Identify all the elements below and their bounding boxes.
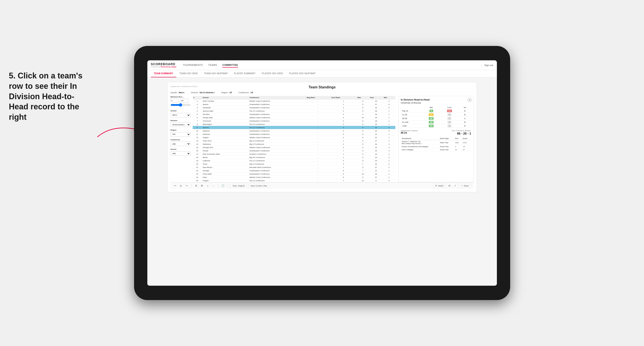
cell-school: Duke — [202, 176, 248, 179]
cell-conference: Atlantic Coast Conference — [249, 176, 306, 179]
undo-icon[interactable]: ↩ — [173, 184, 177, 188]
table-row[interactable]: 10 Alabama Southeastern Conference - 5 8… — [193, 129, 395, 133]
tournament-pos: Loss — [454, 140, 462, 145]
table-row[interactable]: 19 California Pac-12 Conference - 4 8 24… — [193, 159, 395, 163]
cell-rank: 16 — [193, 149, 202, 153]
cell-school: Florida State — [202, 116, 248, 119]
view-original-label: View: Original — [232, 185, 245, 187]
table-row[interactable]: 9 Arizona Pac-12 Conference - 5 8 23 3 — [193, 126, 395, 129]
nav-committee[interactable]: COMMITTEE — [222, 63, 238, 68]
cell-rds: 9 — [356, 149, 369, 153]
table-row[interactable]: 7 Tennessee Southeastern Conference - 4 … — [193, 119, 395, 123]
cell-conference: Pac-12 Conference — [249, 109, 306, 113]
cell-conf-rank: 1 — [330, 156, 356, 159]
table-row[interactable]: 8 Washington Pac-12 Conference - 2 8 23 … — [193, 123, 395, 126]
add-icon[interactable]: + — [206, 184, 210, 188]
nav-tournaments[interactable]: TOURNAMENTS — [183, 63, 203, 68]
tab-player-h2h-grid[interactable]: PLAYER H2H GRID — [259, 70, 286, 77]
filter-division-select[interactable]: NCAA Division I — [170, 122, 190, 127]
cell-win: 1 — [383, 116, 395, 119]
col-rds: Rds — [356, 96, 369, 99]
logo-area: SCOREBOARD Powered by Powered by clippd — [151, 62, 176, 68]
share-button[interactable]: ↗ Share — [459, 184, 471, 187]
table-row[interactable]: 12 Virginia Atlantic Coast Conference - … — [193, 136, 395, 139]
filter-min-rou-max[interactable] — [180, 99, 188, 103]
filter-gender-select[interactable]: Men's — [170, 113, 190, 117]
table-row[interactable]: 3 Vanderbilt Southeastern Conference - 2… — [193, 106, 395, 109]
redo-icon[interactable]: ↪ — [185, 184, 189, 188]
tab-player-h2h-heatmap[interactable]: PLAYER H2H HEATMAP — [286, 70, 318, 77]
col-win: Win — [383, 96, 395, 99]
filter-min-rou-min[interactable] — [170, 99, 178, 103]
h2h-close-button[interactable]: ✕ — [468, 98, 472, 102]
copy-icon[interactable]: ⧉ — [194, 184, 198, 188]
table-row[interactable]: 20 Texas Big 12 Conference - 3 7 20 0 — [193, 163, 395, 166]
clock-icon[interactable]: 🕐 — [221, 184, 225, 188]
cell-conference: Big Ten Conference — [249, 156, 306, 159]
min-rou-slider[interactable] — [170, 103, 190, 107]
table-row[interactable]: 21 New Mexico Mountain West Conference -… — [193, 166, 395, 169]
cell-rds: 10 — [356, 172, 369, 176]
nav-teams[interactable]: TEAMS — [208, 63, 217, 68]
watch-button[interactable]: 👁 Watch — [433, 184, 446, 187]
tab-team-summary[interactable]: TEAM SUMMARY — [151, 70, 176, 77]
table-row[interactable]: 16 Florida Southeastern Conference - 7 9… — [193, 149, 395, 153]
minus-icon[interactable]: − — [212, 184, 216, 188]
cell-reg-rank: - — [306, 143, 330, 146]
table-row[interactable]: 17 East Tennessee State Southern Confere… — [193, 153, 395, 156]
tab-team-h2h-grid[interactable]: TEAM H2H GRID — [176, 70, 201, 77]
opp-in-div-value: 99.1% — [401, 132, 418, 134]
cell-school: Texas A&M — [202, 172, 248, 176]
filters-col: Minimum Rou... - Gender — [170, 96, 190, 182]
table-row[interactable]: 18 Illinois Big Ten Conference - 1 9 23 … — [193, 156, 395, 159]
table-row[interactable]: 14 Oklahoma Big 12 Conference - 2 9 24 2 — [193, 143, 395, 146]
table-row[interactable]: 6 Florida State Atlantic Coast Conferenc… — [193, 116, 395, 119]
grid-icon[interactable]: ⊞ — [200, 184, 204, 188]
cell-win: 1 — [383, 123, 395, 126]
toolbar-right: 👁 Watch ⊟ ⤢ ↗ Share — [433, 184, 471, 188]
cell-rank: 25 — [193, 179, 202, 182]
cell-reg-rank: - — [306, 139, 330, 143]
view-original-button[interactable]: View: Original — [230, 184, 247, 187]
cell-rds: 8 — [356, 159, 369, 163]
table-row[interactable]: 24 Duke Atlantic Coast Conference - 5 9 … — [193, 176, 395, 179]
tournament-type: Stroke Play — [439, 145, 454, 148]
sign-out-button[interactable]: Sign out — [482, 64, 493, 66]
cell-rds: 9 — [356, 109, 369, 113]
table-row[interactable]: 25 Oregon Pac-12 Conference - 7 21 0 0 — [193, 179, 395, 182]
cell-reg-rank: - — [306, 106, 330, 109]
filter-school-select[interactable]: (All) — [170, 151, 190, 156]
cell-tour: 18 — [369, 119, 383, 123]
cell-rank: 19 — [193, 159, 202, 163]
expand-icon[interactable]: ⤢ — [453, 184, 457, 188]
table-row[interactable]: 5 Ole Miss Southeastern Conference - 3 6… — [193, 113, 395, 116]
cell-rank: 23 — [193, 172, 202, 176]
table-row[interactable]: 15 Georgia Tech Atlantic Coast Conferenc… — [193, 146, 395, 149]
cell-conf-rank: 9 — [330, 172, 356, 176]
filter-conference-select[interactable]: (All) — [170, 142, 190, 146]
table-row[interactable]: 2 Auburn Southeastern Conference - 1 9 2… — [193, 103, 395, 106]
save-custom-button[interactable]: Save Custom View — [248, 184, 269, 187]
cell-tour: 20 — [369, 163, 383, 166]
pause-icon[interactable]: ⏸ — [179, 184, 183, 188]
cell-rank: 9 — [193, 126, 202, 129]
cell-reg-rank: - — [306, 179, 330, 182]
h2h-tie: 0 — [458, 120, 471, 124]
filter-region-select[interactable]: N/A — [170, 132, 190, 137]
table-row[interactable]: 23 Texas A&M Southeastern Conference - 9… — [193, 172, 395, 176]
table-row[interactable]: 13 Texas Tech Big 12 Conference - 1 9 27… — [193, 139, 395, 143]
h2h-tie: 0 — [458, 109, 471, 113]
table-row[interactable]: 22 Georgia Southeastern Conference - 8 7… — [193, 169, 395, 172]
tab-team-h2h-heatmap[interactable]: TEAM H2H HEATMAP — [201, 70, 231, 77]
left-section: Minimum Rou... - Gender — [170, 96, 395, 182]
filter-group-conference: Conference (All) — [170, 139, 190, 146]
table-row[interactable]: 4 Arizona State Pac-12 Conference - 3 9 … — [193, 109, 395, 113]
filter-min-rou-label: Minimum Rou... — [170, 96, 190, 98]
table-row[interactable]: 1 North Carolina Atlantic Coast Conferen… — [193, 99, 395, 103]
table-row[interactable]: 11 Arkansas Southeastern Conference - 6 … — [193, 133, 395, 136]
cell-tour: 24 — [369, 136, 383, 139]
tab-player-summary[interactable]: PLAYER SUMMARY — [231, 70, 259, 77]
cell-rank: 6 — [193, 116, 202, 119]
layout-icon[interactable]: ⊟ — [447, 184, 451, 188]
h2h-loss: 2 — [440, 117, 458, 120]
